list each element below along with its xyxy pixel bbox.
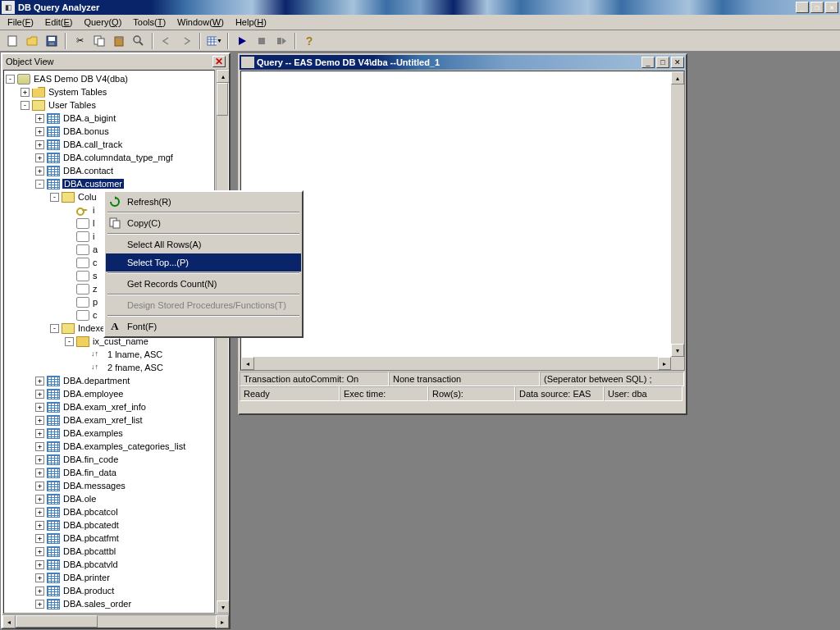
paste-button[interactable]: [110, 32, 128, 50]
menu-tools[interactable]: Tools(T): [127, 16, 171, 29]
tree-expander[interactable]: +: [35, 508, 44, 517]
tree-expander[interactable]: +: [21, 88, 30, 97]
query-close-button[interactable]: ✕: [671, 57, 684, 68]
tree-table[interactable]: +DBA.sales_order: [6, 597, 214, 610]
query-minimize-button[interactable]: _: [641, 57, 655, 68]
tree-table[interactable]: +DBA.pbcatcol: [6, 505, 214, 518]
tree-expander[interactable]: +: [35, 416, 44, 425]
menu-file[interactable]: File(F): [2, 16, 39, 29]
tree-table[interactable]: +DBA.pbcatvld: [6, 558, 214, 571]
scroll-up-button[interactable]: ▴: [217, 70, 229, 83]
editor-scroll-right[interactable]: ▸: [658, 357, 671, 370]
tree-table[interactable]: +DBA.employee: [6, 387, 214, 400]
tree-expander[interactable]: +: [35, 560, 44, 569]
tree-table[interactable]: +DBA.ole: [6, 492, 214, 505]
tree-expander[interactable]: +: [35, 534, 44, 543]
grid-button[interactable]: ▼: [205, 32, 223, 50]
tree-table[interactable]: +DBA.fin_data: [6, 466, 214, 479]
editor-scroll-down[interactable]: ▾: [671, 344, 684, 357]
cut-button[interactable]: ✂: [71, 32, 89, 50]
query-maximize-button[interactable]: □: [656, 57, 669, 68]
query-window-titlebar[interactable]: Query -- EAS Demo DB V4\dba --Untitled_1…: [240, 55, 686, 70]
object-tree[interactable]: -EAS Demo DB V4(dba)+System Tables-User …: [3, 70, 215, 614]
tree-table[interactable]: +DBA.department: [6, 374, 214, 387]
tree-expander[interactable]: +: [35, 442, 44, 451]
tree-table[interactable]: +DBA.columndata_type_mgf: [6, 151, 214, 164]
tree-table[interactable]: +DBA.exam_xref_list: [6, 413, 214, 427]
tree-system-tables[interactable]: +System Tables: [6, 85, 214, 98]
tree-expander[interactable]: -: [65, 337, 74, 346]
undo-button[interactable]: [158, 32, 176, 50]
tree-user-tables[interactable]: -User Tables: [6, 98, 214, 112]
tree-expander[interactable]: +: [35, 114, 44, 123]
tree-expander[interactable]: -: [21, 101, 30, 110]
restore-button[interactable]: ❐: [810, 2, 824, 13]
run-button[interactable]: [233, 32, 251, 50]
scroll-thumb-h[interactable]: [16, 615, 98, 628]
tree-expander[interactable]: +: [35, 600, 44, 609]
help-button[interactable]: ?: [300, 32, 318, 50]
tree-expander[interactable]: +: [35, 167, 44, 176]
redo-button[interactable]: [177, 32, 195, 50]
editor-scroll-left[interactable]: ◂: [241, 357, 254, 370]
open-button[interactable]: [23, 32, 41, 50]
query-editor[interactable]: ▴ ▾ ◂ ▸: [240, 71, 685, 371]
menu-query[interactable]: Query(Q): [78, 16, 127, 29]
scroll-left-button[interactable]: ◂: [2, 615, 16, 628]
scroll-right-button[interactable]: ▸: [216, 615, 229, 628]
new-button[interactable]: [3, 32, 21, 50]
tree-expander[interactable]: -: [6, 75, 15, 84]
tree-table[interactable]: +DBA.pbcattbl: [6, 545, 214, 558]
tree-table[interactable]: +DBA.examples: [6, 427, 214, 440]
menu-help[interactable]: Help(H): [230, 16, 272, 29]
tree-table[interactable]: +DBA.exam_xref_info: [6, 400, 214, 413]
tree-expander[interactable]: +: [35, 468, 44, 477]
tree-table[interactable]: +DBA.pbcatfmt: [6, 532, 214, 545]
scroll-down-button[interactable]: ▾: [217, 600, 229, 614]
tree-expander[interactable]: +: [35, 482, 44, 491]
ctx-select-all-rows[interactable]: Select All Rows(A): [106, 235, 301, 253]
tree-expander[interactable]: +: [35, 153, 44, 162]
tree-table[interactable]: +DBA.messages: [6, 479, 214, 492]
tree-expander[interactable]: +: [35, 127, 44, 136]
tree-table[interactable]: +DBA.fin_code: [6, 453, 214, 466]
minimize-button[interactable]: _: [796, 2, 809, 13]
tree-expander[interactable]: +: [35, 521, 44, 530]
tree-expander[interactable]: -: [35, 180, 44, 189]
tree-table[interactable]: +DBA.call_track: [6, 138, 214, 151]
step-button[interactable]: [272, 32, 290, 50]
tree-table[interactable]: +DBA.bonus: [6, 125, 214, 138]
copy-button[interactable]: [90, 32, 108, 50]
ctx-refresh[interactable]: Refresh(R): [106, 193, 301, 211]
ctx-font[interactable]: A Font(F): [106, 317, 301, 336]
tree-db-root[interactable]: -EAS Demo DB V4(dba): [6, 72, 214, 85]
menu-window[interactable]: Window(W): [171, 16, 230, 29]
tree-table-selected[interactable]: -DBA.customer: [6, 177, 214, 190]
menu-edit[interactable]: Edit(E): [39, 16, 79, 29]
tree-expander[interactable]: +: [35, 429, 44, 438]
tree-expander[interactable]: +: [35, 573, 44, 582]
tree-expander[interactable]: +: [35, 403, 44, 412]
close-button[interactable]: ✕: [825, 2, 838, 13]
stop-button[interactable]: [253, 32, 271, 50]
tree-expander[interactable]: +: [35, 495, 44, 504]
tree-expander[interactable]: +: [35, 140, 44, 149]
tree-index-column[interactable]: ↓↑2 fname, ASC: [6, 361, 214, 374]
tree-table[interactable]: +DBA.pbcatedt: [6, 518, 214, 532]
tree-expander[interactable]: +: [35, 587, 44, 596]
tree-expander[interactable]: +: [35, 377, 44, 386]
save-button[interactable]: [43, 32, 61, 50]
ctx-get-records-count[interactable]: Get Records Count(N): [106, 275, 301, 293]
tree-expander[interactable]: -: [50, 324, 59, 333]
tree-table[interactable]: +DBA.product: [6, 584, 214, 597]
object-view-close-button[interactable]: ✕: [212, 56, 226, 67]
editor-scroll-up[interactable]: ▴: [671, 71, 684, 84]
ctx-copy[interactable]: Copy(C): [106, 214, 301, 232]
tree-table[interactable]: +DBA.printer: [6, 571, 214, 584]
tree-expander[interactable]: +: [35, 547, 44, 556]
tree-table[interactable]: +DBA.contact: [6, 164, 214, 177]
tree-table[interactable]: +DBA.examples_categories_list: [6, 440, 214, 453]
ctx-select-top[interactable]: Select Top...(P): [106, 253, 301, 272]
find-button[interactable]: [130, 32, 148, 50]
tree-index-column[interactable]: ↓↑1 lname, ASC: [6, 348, 214, 361]
